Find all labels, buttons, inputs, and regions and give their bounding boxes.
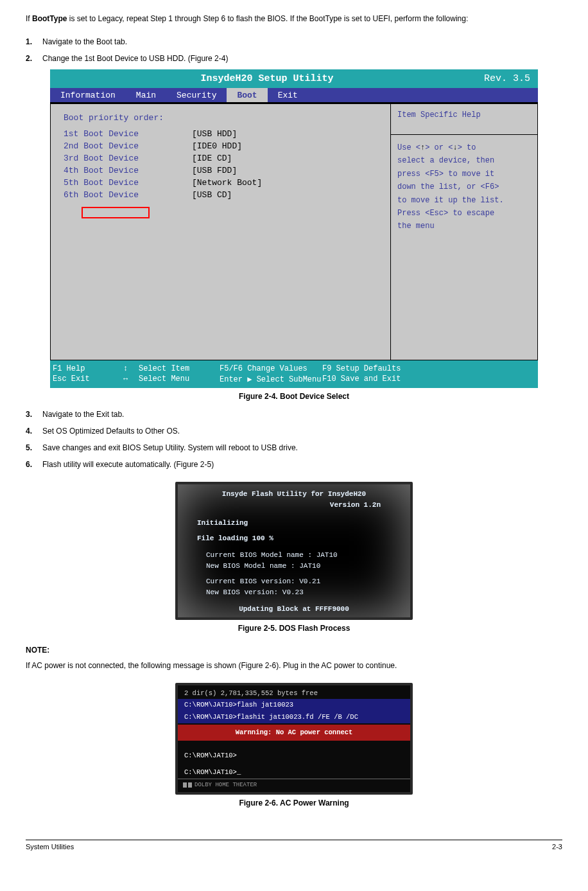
field-value: [IDE CD] — [192, 154, 232, 163]
bios-title: InsydeH20 Setup Utility — [200, 73, 333, 84]
step-text: Navigate to the Exit tab. — [42, 410, 124, 419]
bios-tabs: Information Main Security Boot Exit — [50, 88, 538, 102]
flash-load: File loading 100 % — [182, 534, 406, 544]
flash-new-ver: New BIOS version: V0.23 — [182, 588, 406, 598]
bios-title-bar: InsydeH20 Setup Utility Rev. 3.5 — [50, 69, 538, 88]
ac-warn: Warnning: No AC power connect — [178, 725, 410, 741]
hint-f9: F9 Setup Defaults — [322, 364, 438, 373]
ac-prompt-3: C:\ROM\JAT10> — [178, 750, 410, 762]
help-line: select a device, then — [397, 154, 531, 167]
bios-caption: Figure 2-4. Boot Device Select — [26, 392, 562, 401]
step-text: Set OS Optimized Defaults to Other OS. — [42, 427, 180, 436]
intro-text: If BootType is set to Legacy, repeat Ste… — [26, 13, 562, 24]
boot-dev-6[interactable]: 6th Boot Device [USB CD] — [64, 190, 377, 200]
boot-dev-1[interactable]: 1st Boot Device [USB HDD] — [64, 129, 377, 139]
field-value: [Network Boot] — [192, 178, 262, 188]
tab-boot[interactable]: Boot — [227, 88, 267, 102]
bios-help-body: Use <> or <> to select a device, then pr… — [391, 135, 537, 360]
field-value: [USB HDD] — [192, 129, 237, 139]
ac-dolby: DOLBY HOME THEATER — [178, 779, 410, 791]
intro-bold: BootType — [32, 14, 67, 23]
page: If BootType is set to Legacy, repeat Ste… — [0, 13, 588, 851]
ac-prompt-2: C:\ROM\JAT10>flashit jat10023.fd /FE /B … — [178, 711, 410, 723]
boot-dev-4[interactable]: 4th Boot Device [USB FDD] — [64, 166, 377, 175]
step-b5: 5.Save changes and exit BIOS Setup Utili… — [26, 442, 562, 454]
footer-left: System Utilities — [26, 843, 74, 851]
help-line: down the list, or <F6> — [397, 181, 531, 193]
hint-f1: F1 Help — [53, 364, 123, 373]
help-line: the menu — [397, 220, 531, 233]
bios-rev: Rev. 3.5 — [484, 73, 538, 84]
note-label: NOTE: — [26, 646, 49, 655]
hint-f10: F10 Save and Exit — [322, 375, 438, 384]
arrow-up-icon — [420, 143, 425, 152]
field-label: 4th Boot Device — [64, 166, 192, 175]
ac-warning-photo: 2 dir(s) 2,781,335,552 bytes free C:\ROM… — [175, 683, 413, 794]
flash-cur-ver: Current BIOS version: V0.21 — [182, 577, 406, 587]
bios-left-pane: Boot priority order: 1st Boot Device [US… — [50, 103, 390, 360]
flash-updating: Updating Block at FFFF9000 — [182, 604, 406, 615]
step-num: 1. — [26, 36, 42, 48]
red-highlight-box — [82, 207, 150, 218]
step-text: Save changes and exit BIOS Setup Utility… — [42, 443, 298, 452]
bios-footer-hints: F1 Help ↕Select Item F5/F6 Change Values… — [50, 360, 538, 388]
step-b3: 3.Navigate to the Exit tab. — [26, 409, 562, 420]
step-text: Navigate to the Boot tab. — [42, 37, 127, 46]
flash-cur-model: Current BIOS Model name : JAT10 — [182, 551, 406, 561]
updown-icon: ↕ — [123, 364, 139, 373]
tab-security[interactable]: Security — [166, 88, 227, 102]
field-label: 6th Boot Device — [64, 190, 192, 200]
bios-right-pane: Item Specific Help Use <> or <> to selec… — [390, 103, 538, 360]
boot-priority-heading: Boot priority order: — [64, 113, 377, 123]
dolby-icon — [183, 782, 192, 788]
ac-caption: Figure 2-6. AC Power Warning — [26, 798, 562, 807]
step-num: 5. — [26, 442, 42, 454]
bios-help-title: Item Specific Help — [391, 104, 537, 135]
intro-after: is set to Legacy, repeat Step 1 through … — [67, 14, 468, 23]
step-num: 4. — [26, 425, 42, 437]
step-b6: 6.Flash utility will execute automatical… — [26, 459, 562, 470]
field-value: [IDE0 HDD] — [192, 141, 242, 151]
flash-utility-photo: Insyde Flash Utility for InsydeH20 Versi… — [175, 482, 413, 620]
field-label: 3rd Boot Device — [64, 154, 192, 163]
arrow-down-icon — [453, 143, 457, 152]
flash-version: Version 1.2n — [182, 500, 406, 511]
field-label: 2nd Boot Device — [64, 141, 192, 151]
note-body: If AC power is not connected, the follow… — [26, 660, 562, 671]
step-a2: 2.Change the 1st Boot Device to USB HDD.… — [26, 53, 562, 64]
field-value: [USB FDD] — [192, 166, 237, 175]
field-label: 5th Boot Device — [64, 178, 192, 188]
boot-dev-3[interactable]: 3rd Boot Device [IDE CD] — [64, 154, 377, 163]
tab-main[interactable]: Main — [126, 88, 166, 102]
tab-information[interactable]: Information — [50, 88, 126, 102]
hint-enter: Enter ▶ Select SubMenu — [220, 375, 322, 384]
step-num: 2. — [26, 53, 42, 64]
flash-init: Initializing — [182, 518, 406, 529]
leftright-icon: ↔ — [123, 375, 139, 384]
field-label: Boot priority order: — [64, 113, 192, 123]
dolby-text: DOLBY HOME THEATER — [195, 781, 257, 790]
intro-before: If — [26, 14, 32, 23]
ac-top: 2 dir(s) 2,781,335,552 bytes free — [178, 688, 410, 699]
step-text: Flash utility will execute automatically… — [42, 460, 214, 469]
hint-esc: Esc Exit — [53, 375, 123, 384]
boot-dev-2[interactable]: 2nd Boot Device [IDE0 HDD] — [64, 141, 377, 151]
step-num: 6. — [26, 459, 42, 470]
help-line: Use <> or <> to — [397, 141, 531, 154]
step-num: 3. — [26, 409, 42, 420]
help-line: to move it up the list. — [397, 194, 531, 207]
step-text: Change the 1st Boot Device to USB HDD. (… — [42, 54, 228, 63]
bios-setup-screenshot: InsydeH20 Setup Utility Rev. 3.5 Informa… — [50, 69, 538, 388]
flash-caption: Figure 2-5. DOS Flash Process — [26, 624, 562, 633]
help-line: press <F5> to move it — [397, 168, 531, 181]
ac-prompt-4: C:\ROM\JAT10>_ — [178, 766, 410, 779]
flash-new-model: New BIOS Model name : JAT10 — [182, 561, 406, 572]
note-heading: NOTE: — [26, 644, 562, 656]
boot-dev-5[interactable]: 5th Boot Device [Network Boot] — [64, 178, 377, 188]
hint-f5f6: F5/F6 Change Values — [220, 364, 322, 373]
footer-right: 2-3 — [552, 843, 562, 851]
step-b4: 4.Set OS Optimized Defaults to Other OS. — [26, 425, 562, 437]
step-a1: 1.Navigate to the Boot tab. — [26, 36, 562, 48]
help-line: Press <Esc> to escape — [397, 207, 531, 220]
tab-exit[interactable]: Exit — [268, 88, 308, 102]
